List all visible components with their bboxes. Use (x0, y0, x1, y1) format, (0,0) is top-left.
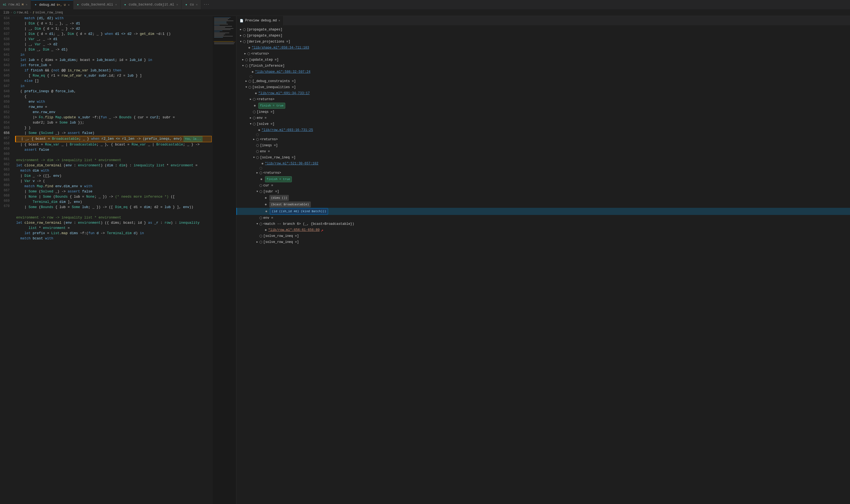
tree-item-env3[interactable]: env = (236, 215, 850, 221)
tree-item-returns3[interactable]: <returns> (236, 137, 850, 142)
tab-row-ml-close[interactable]: ✕ (25, 2, 28, 7)
tree-item-row-link2[interactable]: "lib/row.ml":693:16-731:25 (236, 127, 850, 133)
tab-cuda-mli-close[interactable]: ✕ (115, 2, 117, 7)
tree-arrow-update[interactable] (241, 57, 245, 62)
tree-circle-update (245, 58, 248, 61)
tree-item-ineqs1[interactable]: [ineqs =] (236, 109, 850, 115)
tree-item-circle2 (236, 133, 850, 137)
ln-653: 653 (0, 115, 12, 120)
debug-preview-tab-close[interactable]: ✕ (278, 19, 280, 22)
tree-arrow-returns1[interactable] (243, 51, 247, 57)
tree-item-returns2[interactable]: <returns> (236, 96, 850, 102)
tree-arrow-returns3[interactable] (252, 137, 256, 142)
tree-circle-returns4 (259, 172, 262, 174)
debug-tree[interactable]: [propagate_shapes] [propagate_shapes] [d… (236, 25, 850, 504)
tree-arrow-finish[interactable] (241, 63, 245, 69)
tab-debug-md-close[interactable]: ✕ (67, 3, 70, 7)
tree-item-shape-link[interactable]: "lib/shape.ml":658:34-711:103 (236, 45, 850, 51)
svg-rect-4 (214, 21, 233, 21)
tree-item-propagate1[interactable]: [propagate_shapes] (236, 26, 850, 33)
tree-circle-derive (243, 40, 246, 43)
tree-item-row-link1[interactable]: "lib/row.ml":691:34-733:17 (236, 90, 850, 96)
tree-item-debug-constraints[interactable]: [_debug_constraints =] (236, 78, 850, 84)
tree-arrow-returns2[interactable] (249, 97, 253, 102)
tab-row-ml[interactable]: ml row.ml M ✕ (0, 0, 31, 10)
tree-item-propagate2[interactable]: [propagate_shapes] (236, 33, 850, 39)
ml-file-icon: ml (3, 3, 6, 6)
tree-arrow-propagate2[interactable] (239, 33, 243, 38)
tree-circle-solve-row (256, 156, 259, 159)
ln-662: 662 (0, 162, 12, 167)
tree-item-env2[interactable]: env = (236, 148, 850, 155)
tree-item-debug-circle[interactable] (236, 75, 850, 78)
tree-label-ineqs2: [ineqs =] (260, 143, 278, 148)
line-654: } ) (15, 125, 212, 131)
tree-arrow-derive[interactable] (239, 39, 243, 44)
tree-item-match-branch[interactable]: <match -- branch 6> (_, {bcast=Broadcast… (236, 221, 850, 227)
tree-item-returns1[interactable]: <returns> (236, 51, 850, 57)
tree-item-derive[interactable]: [derive_projections =] (236, 39, 850, 45)
minimap[interactable] (213, 16, 236, 504)
tree-arrow-solve-row3[interactable] (255, 239, 259, 245)
more-tabs-button[interactable]: ··· (201, 3, 212, 6)
tab-cuda-backend-cudajit-label: cuda_backend.cudajit.ml (129, 3, 174, 6)
tree-item-update[interactable]: [update_step =] (236, 57, 850, 63)
tree-item-shape-link2[interactable]: "lib/shape.ml":586:32-597:24 (236, 69, 850, 75)
tree-item-solve-row2[interactable]: [solve_row_ineq =] (236, 233, 850, 239)
code-area[interactable]: 634 635 636 637 638 639 640 641 642 643 … (0, 16, 236, 504)
svg-rect-23 (214, 44, 234, 44)
tree-arrow-solve-row[interactable] (252, 155, 256, 160)
debug-preview-tab[interactable]: 📄 Preview debug.md ✕ (236, 16, 284, 25)
debug-preview-tab-label: Preview debug.md (245, 19, 277, 22)
tree-item-env1[interactable]: env = (236, 115, 850, 121)
tree-item-returns4[interactable]: <returns> (236, 170, 850, 176)
tree-item-solve-row3[interactable]: [solve_row_ineq =] (236, 239, 850, 245)
tree-arrow-debug-constraints[interactable] (244, 78, 249, 84)
tree-link-shape2[interactable]: "lib/shape.ml":586:32-597:24 (255, 69, 310, 75)
tree-item-finish-true2: finish = true (236, 176, 850, 183)
tree-label-env1: env = (257, 115, 267, 121)
line-660: match dim with (15, 168, 212, 174)
svg-rect-12 (214, 29, 231, 30)
tree-item-cur[interactable]: cur = (236, 183, 850, 188)
tree-label-solve-row3: [solve_row_ineq =] (263, 239, 299, 245)
tab-debug-md[interactable]: ● debug.md 9+, U ✕ (31, 0, 73, 10)
tab-cuda-backend-mli[interactable]: ● cuda_backend.mli ✕ (73, 0, 121, 10)
tree-circle-solve-row2 (259, 235, 262, 237)
tree-item-row-link4[interactable]: "lib/row.ml":656:61-656:80 ↗ (236, 227, 850, 233)
tree-item-finish[interactable]: [finish_inference] (236, 63, 850, 69)
badge-id: (id ((sh_id 46) (kind Batch))) (270, 208, 328, 215)
tree-arrow-propagate1[interactable] (239, 27, 243, 32)
tree-link-row2[interactable]: "lib/row.ml":693:16-731:25 (261, 127, 313, 133)
ln-646: 646 (0, 78, 12, 84)
tree-arrow-solve[interactable] (249, 121, 253, 127)
tree-item-solve[interactable]: [solve =] (236, 121, 850, 127)
tree-link-shape[interactable]: "lib/shape.ml":658:34-711:103 (252, 45, 309, 51)
breadcrumb-row-ml[interactable]: ⬡ row.ml (14, 11, 29, 15)
tree-circle-returns3 (256, 138, 259, 141)
breadcrumb-solve-row-ineq[interactable]: ƒ solve_row_ineq (33, 11, 63, 15)
tab-cu[interactable]: ● cu ✕ (181, 0, 201, 10)
tree-arrow-env1[interactable] (249, 115, 253, 121)
line-647: in (15, 84, 212, 89)
tab-cuda-backend-cudajit[interactable]: ● cuda_backend.cudajit.ml ✕ (121, 0, 182, 10)
tab-cudajit-close[interactable]: ✕ (176, 2, 179, 7)
code-lines[interactable]: match (d1, d2) with | Dim { d = 1; _ }, … (15, 16, 213, 504)
tree-item-row-link3[interactable]: "lib/row.ml":521:30-657:102 (236, 161, 850, 167)
tree-arrow-returns4[interactable] (255, 170, 259, 176)
tab-cu-close[interactable]: ✕ (196, 2, 198, 7)
tree-link-row1[interactable]: "lib/row.ml":691:34-733:17 (258, 91, 310, 96)
tree-item-solve-row[interactable]: [solve_row_ineq =] (236, 155, 850, 161)
tree-link-row3[interactable]: "lib/row.ml":521:30-657:102 (265, 161, 318, 166)
tree-circle-solve-row3 (259, 241, 262, 244)
tree-arrow-solve-ineq[interactable] (244, 85, 249, 90)
tree-item-solve-ineq[interactable]: [solve_inequalities =] (236, 84, 850, 90)
breadcrumb-row-ml-icon: ⬡ (14, 11, 16, 14)
tree-item-subr[interactable]: [subr =] (236, 188, 850, 195)
tree-arrow-match-branch[interactable] (255, 221, 259, 227)
tree-item-ineqs2[interactable]: [ineqs =] (236, 142, 850, 148)
tree-arrow-subr[interactable] (255, 189, 259, 194)
line-662: | Var v -> ( (15, 179, 212, 184)
tree-link-row4[interactable]: "lib/row.ml":656:61-656:80 (268, 227, 320, 233)
breadcrumb-lib[interactable]: lib (3, 11, 9, 15)
